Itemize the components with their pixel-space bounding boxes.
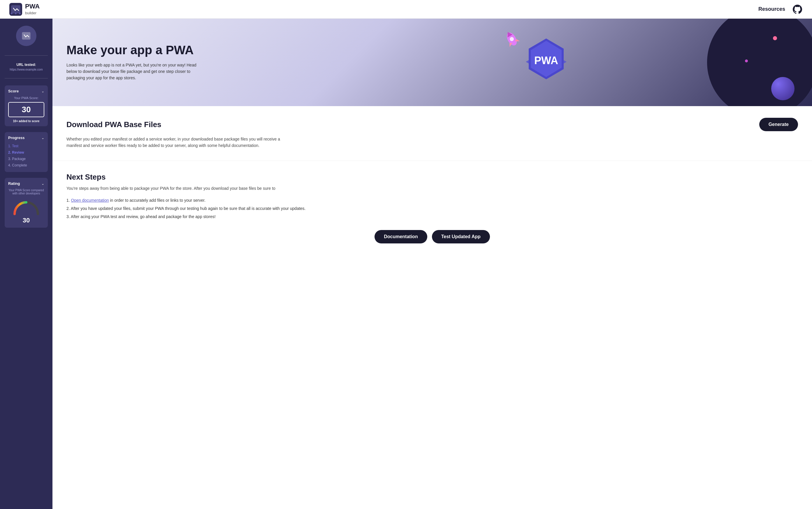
progress-card: Progress ⌄ 1. Test 2. Review 3. Package … — [5, 132, 48, 172]
score-label: Your PWA Score: — [8, 96, 44, 100]
download-title: Download PWA Base Files — [66, 120, 162, 129]
score-value-box: 30 — [8, 102, 44, 117]
progress-card-header: Progress ⌄ — [8, 136, 44, 140]
url-section: URL tested: https://www.example.com — [5, 63, 48, 71]
steps-list: 1. Open documentation in order to accura… — [66, 196, 798, 221]
next-steps-section: Next Steps You're steps away from being … — [52, 161, 812, 261]
score-chevron-icon[interactable]: ⌄ — [41, 89, 44, 93]
main-content: Make your app a PWA Looks like your web … — [52, 19, 812, 509]
step-3: 3. After acing your PWA test and review,… — [66, 212, 798, 221]
top-navigation: PWA builder Resources — [0, 0, 812, 19]
progress-chevron-icon[interactable]: ⌄ — [41, 136, 44, 140]
pwa-builder-logo-icon — [9, 3, 22, 16]
rating-description: Your PWA Score compared with other devel… — [8, 189, 44, 195]
url-value: https://www.example.com — [5, 68, 48, 71]
dot-2 — [745, 60, 748, 62]
download-section: Download PWA Base Files Generate Whether… — [52, 106, 812, 161]
test-updated-app-button[interactable]: Test Updated App — [432, 230, 490, 243]
avatar-icon — [21, 30, 32, 42]
github-icon[interactable] — [792, 4, 803, 14]
svg-text:PWA: PWA — [534, 55, 558, 66]
svg-rect-1 — [11, 5, 21, 13]
progress-list: 1. Test 2. Review 3. Package 4. Complete — [8, 143, 44, 169]
planet-small — [771, 77, 795, 100]
pwa-badge: PWA — [520, 33, 572, 92]
svg-point-4 — [19, 12, 21, 14]
hero-description: Looks like your web app is not a PWA yet… — [66, 62, 206, 81]
svg-point-3 — [15, 12, 16, 14]
pwa-badge-svg: PWA — [520, 33, 572, 91]
logo[interactable]: PWA builder — [9, 3, 40, 16]
next-steps-title: Next Steps — [66, 173, 798, 182]
avatar — [16, 26, 36, 46]
step-2: 2. After you have updated your files, su… — [66, 204, 798, 212]
avatar-container — [5, 26, 48, 46]
hero-title: Make your app a PWA — [66, 43, 206, 57]
score-added: 10+ added to score — [8, 120, 44, 123]
rating-score: 30 — [8, 216, 44, 224]
progress-item-package[interactable]: 3. Package — [8, 156, 44, 162]
rating-chevron-icon[interactable]: ⌄ — [41, 182, 44, 186]
svg-point-2 — [11, 12, 12, 14]
hero-section: Make your app a PWA Looks like your web … — [52, 19, 812, 106]
main-layout: URL tested: https://www.example.com Scor… — [0, 19, 812, 509]
logo-subtext: builder — [25, 11, 36, 15]
nav-right: Resources — [758, 4, 803, 14]
gauge-chart — [12, 198, 41, 215]
sidebar-divider-2 — [5, 78, 48, 78]
planet-large — [707, 19, 812, 106]
progress-card-title: Progress — [8, 136, 25, 140]
documentation-button[interactable]: Documentation — [375, 230, 427, 243]
score-card-title: Score — [8, 89, 19, 93]
rating-card: Rating ⌄ Your PWA Score compared with ot… — [5, 178, 48, 228]
download-description: Whether you edited your manifest or adde… — [66, 136, 288, 149]
generate-button[interactable]: Generate — [759, 118, 798, 131]
hero-content: Make your app a PWA Looks like your web … — [66, 43, 206, 81]
open-documentation-link[interactable]: Open documentation — [71, 198, 109, 203]
resources-link[interactable]: Resources — [758, 6, 785, 12]
svg-rect-5 — [22, 32, 30, 39]
score-number: 30 — [11, 105, 41, 114]
download-section-header: Download PWA Base Files Generate — [66, 118, 798, 131]
progress-item-complete[interactable]: 4. Complete — [8, 162, 44, 169]
step-1: 1. Open documentation in order to accura… — [66, 196, 798, 204]
url-label: URL tested: — [5, 63, 48, 67]
score-card-header: Score ⌄ — [8, 89, 44, 93]
rating-card-header: Rating ⌄ — [8, 181, 44, 186]
progress-item-review[interactable]: 2. Review — [8, 149, 44, 156]
score-card: Score ⌄ Your PWA Score: 30 10+ added to … — [5, 86, 48, 126]
logo-text: PWA — [25, 3, 40, 10]
rating-card-title: Rating — [8, 181, 20, 186]
bottom-buttons: Documentation Test Updated App — [66, 230, 798, 249]
progress-item-test[interactable]: 1. Test — [8, 143, 44, 149]
gauge-container — [8, 198, 44, 215]
dot-1 — [773, 36, 777, 40]
sidebar: URL tested: https://www.example.com Scor… — [0, 19, 52, 509]
next-steps-intro: You're steps away from being able to pac… — [66, 185, 288, 192]
